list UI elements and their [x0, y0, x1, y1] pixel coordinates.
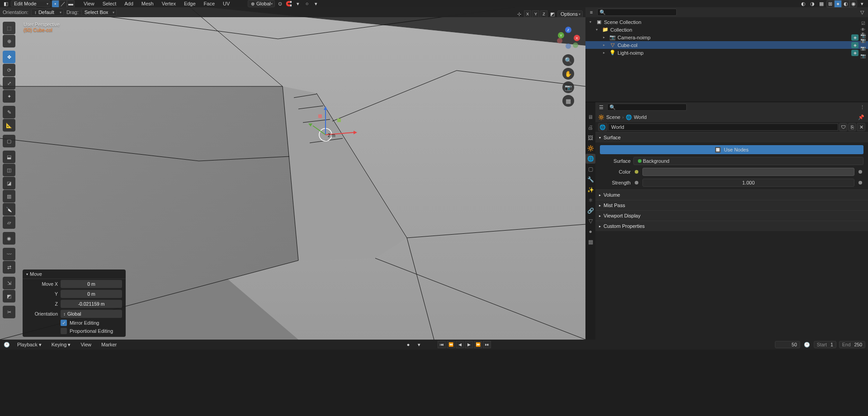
- jump-start-icon[interactable]: ⏮: [438, 341, 446, 348]
- play-icon[interactable]: ▶: [465, 341, 473, 348]
- drag-dropdown[interactable]: Select Box: [81, 9, 117, 16]
- shading-dropdown-icon[interactable]: ▾: [858, 0, 866, 8]
- strength-field[interactable]: 1.000: [642, 179, 854, 187]
- current-frame-field[interactable]: 50: [775, 341, 800, 348]
- proportional-dropdown-icon[interactable]: ▾: [312, 0, 320, 8]
- jump-end-icon[interactable]: ⏭: [483, 341, 491, 348]
- tree-row[interactable]: ▾ 📁 Collection ☑👁📷: [585, 26, 868, 33]
- cursor-tool[interactable]: ⊕: [3, 35, 15, 47]
- tab-world[interactable]: 🌐: [585, 154, 595, 164]
- menu-add[interactable]: Add: [121, 0, 137, 7]
- tree-scene-collection[interactable]: ▾ ▣ Scene Collection: [585, 18, 868, 26]
- axis-y-toggle[interactable]: Y: [532, 10, 539, 18]
- outliner-editor-icon[interactable]: ≡: [587, 8, 595, 16]
- frame-dropdown-icon[interactable]: 🕐: [803, 340, 811, 349]
- shear-tool[interactable]: ◩: [3, 290, 15, 303]
- gizmo-toggle-icon[interactable]: ⊹: [515, 10, 523, 18]
- orientation-dropdown[interactable]: ↕Default: [31, 9, 64, 16]
- slide-tool[interactable]: ⇄: [3, 261, 15, 274]
- tree-row[interactable]: ▸ ▽ Cube-col ◈ 👁📷: [585, 41, 868, 49]
- operator-panel-header[interactable]: ▾ Move: [23, 269, 126, 279]
- zoom-icon[interactable]: 🔍: [562, 54, 574, 66]
- eye-icon[interactable]: 👁: [860, 39, 866, 45]
- menu-keying[interactable]: Keying ▾: [48, 341, 75, 349]
- keyframe-prev-icon[interactable]: ⏪: [447, 341, 455, 348]
- overlay-toggle-icon[interactable]: ◩: [548, 10, 557, 18]
- rotate-tool[interactable]: ⟳: [3, 64, 15, 76]
- overlays-icon[interactable]: ◑: [808, 0, 816, 8]
- world-color-swatch[interactable]: [642, 168, 854, 176]
- properties-search-input[interactable]: [607, 104, 687, 111]
- menu-uv[interactable]: UV: [219, 0, 233, 7]
- pan-icon[interactable]: ✋: [562, 68, 574, 80]
- unlink-world-icon[interactable]: ✕: [857, 123, 865, 131]
- op-orientation-dropdown[interactable]: ↕Global: [61, 310, 122, 318]
- move-z-field[interactable]: -0.021159 m: [61, 300, 122, 308]
- menu-vertex[interactable]: Vertex: [158, 0, 179, 7]
- 3d-viewport[interactable]: Orientation: ↕Default Drag: Select Box ⊹…: [0, 7, 585, 340]
- rip-tool[interactable]: ✂: [3, 306, 15, 318]
- vertex-select-mode[interactable]: ▪: [52, 0, 59, 8]
- tab-meshdata[interactable]: ▽: [585, 216, 595, 226]
- select-box-tool[interactable]: ⬚: [3, 22, 15, 34]
- view-gizmo[interactable]: X Y Z: [554, 24, 583, 52]
- knife-tool[interactable]: 🔪: [3, 203, 15, 216]
- strength-socket-icon[interactable]: [635, 181, 638, 184]
- viewportdisplay-section-header[interactable]: ▸Viewport Display: [595, 211, 868, 221]
- snap-icon[interactable]: 🧲: [285, 0, 293, 8]
- anim-dot-icon[interactable]: [859, 181, 862, 184]
- new-world-icon[interactable]: 🛡: [839, 123, 847, 131]
- add-cube-tool[interactable]: ▢: [3, 135, 15, 147]
- proportional-editing-checkbox[interactable]: [61, 328, 67, 334]
- mistpass-section-header[interactable]: ▸Mist Pass: [595, 200, 868, 210]
- move-tool[interactable]: ✥: [3, 51, 15, 63]
- end-frame-field[interactable]: End250: [839, 341, 865, 348]
- properties-options-icon[interactable]: ⋮: [858, 103, 866, 111]
- snap-dropdown-icon[interactable]: ▾: [294, 0, 302, 8]
- world-browse-icon[interactable]: 🌐: [598, 123, 607, 131]
- color-socket-icon[interactable]: [635, 170, 638, 174]
- spin-tool[interactable]: ◉: [3, 232, 15, 245]
- mode-dropdown[interactable]: Edit Mode: [11, 0, 51, 7]
- pivot-icon[interactable]: ⊙: [276, 0, 284, 8]
- exclude-toggle[interactable]: ☑: [860, 20, 866, 27]
- customprops-section-header[interactable]: ▸Custom Properties: [595, 221, 868, 231]
- editor-type-icon[interactable]: ◧: [2, 0, 10, 8]
- tab-constraint[interactable]: 🔗: [585, 206, 595, 216]
- move-x-field[interactable]: 0 m: [61, 280, 122, 288]
- outliner-filter-icon[interactable]: ▽: [858, 8, 866, 16]
- move-y-field[interactable]: 0 m: [61, 290, 122, 298]
- extrude-tool[interactable]: ⬓: [3, 151, 15, 163]
- play-reverse-icon[interactable]: ◀: [456, 341, 464, 348]
- bc-scene[interactable]: Scene: [606, 114, 620, 120]
- tab-object[interactable]: ▢: [585, 164, 595, 174]
- bc-world[interactable]: World: [634, 114, 647, 120]
- tab-particles[interactable]: ✨: [585, 185, 595, 195]
- xray-icon[interactable]: ▦: [817, 0, 826, 8]
- autokey-icon[interactable]: ●: [404, 340, 412, 349]
- rendered-shading[interactable]: ◉: [849, 0, 857, 8]
- menu-playback[interactable]: Playback ▾: [14, 341, 45, 349]
- tab-texture[interactable]: ▦: [585, 237, 595, 247]
- camera-icon[interactable]: 📷: [562, 81, 574, 93]
- tab-output[interactable]: 🖨: [585, 123, 595, 132]
- measure-tool[interactable]: 📐: [3, 119, 15, 132]
- properties-editor-icon[interactable]: ☰: [597, 103, 605, 111]
- eye-icon[interactable]: 👁: [860, 31, 866, 38]
- render-icon[interactable]: 📷: [860, 53, 866, 59]
- outliner-search-input[interactable]: [597, 9, 677, 16]
- timeline-editor-icon[interactable]: 🕐: [3, 340, 11, 349]
- polybuild-tool[interactable]: ▱: [3, 216, 15, 229]
- mirror-editing-checkbox[interactable]: ✓: [61, 320, 67, 326]
- inset-tool[interactable]: ◫: [3, 164, 15, 176]
- edge-select-mode[interactable]: ／: [59, 0, 67, 8]
- annotate-tool[interactable]: ✎: [3, 106, 15, 118]
- face-select-mode[interactable]: ▬: [67, 0, 75, 8]
- solid-shading[interactable]: ●: [834, 0, 842, 8]
- surface-shader-dropdown[interactable]: Background: [633, 157, 863, 165]
- loopcut-tool[interactable]: ▥: [3, 190, 15, 203]
- copy-world-icon[interactable]: ⎘: [848, 123, 856, 131]
- proportional-icon[interactable]: ○: [303, 0, 311, 8]
- pin-icon[interactable]: 📌: [857, 113, 865, 121]
- axis-x-toggle[interactable]: X: [524, 10, 531, 18]
